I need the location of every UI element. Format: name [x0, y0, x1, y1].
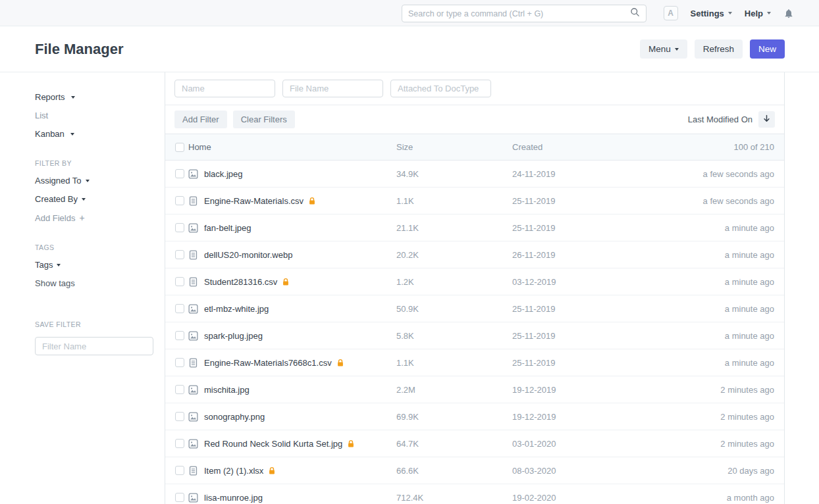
doctype-filter-input[interactable] [390, 80, 491, 97]
table-row[interactable]: Item (2) (1).xlsx 66.6K 08-03-2020 20 da… [165, 457, 784, 484]
kanban-label: Kanban [35, 129, 65, 139]
table-row[interactable]: etl-mbz-white.jpg 50.9K 25-11-2019 a min… [165, 295, 784, 322]
document-file-icon [188, 250, 204, 260]
file-size-cell: 1.1K [396, 358, 512, 368]
table-row[interactable]: lisa-munroe.jpg 712.4K 19-02-2020 a mont… [165, 484, 784, 504]
navbar-right-cluster: A Settings Help [664, 0, 794, 26]
lock-icon [269, 466, 275, 475]
file-name-cell[interactable]: black.jpeg [204, 169, 396, 179]
sort-direction-button[interactable] [758, 111, 775, 128]
notifications-bell-icon[interactable] [783, 8, 794, 19]
sidebar-item-kanban[interactable]: Kanban [35, 129, 151, 139]
menu-button[interactable]: Menu [640, 39, 687, 59]
file-name-cell[interactable]: Student281316.csv [204, 277, 396, 287]
file-size-cell: 712.4K [396, 493, 512, 503]
document-file-icon [188, 196, 204, 206]
sidebar-item-reports[interactable]: Reports [35, 92, 151, 102]
file-name-text: fan-belt.jpeg [204, 223, 251, 233]
file-modified-cell: a minute ago [677, 223, 774, 233]
file-created-cell: 25-11-2019 [512, 331, 677, 341]
file-name-text: dellUS20-monitor.webp [204, 250, 292, 260]
table-row[interactable]: spark-plug.jpeg 5.8K 25-11-2019 a minute… [165, 322, 784, 349]
top-navbar: A Settings Help [0, 0, 819, 26]
document-file-icon [188, 358, 204, 368]
row-checkbox[interactable] [175, 169, 184, 178]
row-checkbox[interactable] [175, 466, 184, 475]
sidebar-item-tags[interactable]: Tags [35, 260, 151, 270]
row-checkbox[interactable] [175, 358, 184, 367]
chevron-down-icon [57, 264, 61, 266]
row-checkbox[interactable] [175, 493, 184, 502]
clear-filters-button[interactable]: Clear Filters [233, 111, 295, 128]
file-created-cell: 19-12-2019 [512, 412, 677, 422]
row-checkbox[interactable] [175, 412, 184, 421]
file-name-text: sonography.png [204, 412, 265, 422]
sidebar-item-created-by[interactable]: Created By [35, 194, 151, 204]
row-checkbox[interactable] [175, 277, 184, 286]
file-name-cell[interactable]: Red Round Neck Solid Kurta Set.jpg [204, 439, 396, 449]
file-name-cell[interactable]: Item (2) (1).xlsx [204, 466, 396, 476]
file-name-cell[interactable]: fan-belt.jpeg [204, 223, 396, 233]
image-file-icon [188, 385, 204, 395]
row-checkbox[interactable] [175, 196, 184, 205]
table-row[interactable]: fan-belt.jpeg 21.1K 25-11-2019 a minute … [165, 214, 784, 241]
settings-menu[interactable]: Settings [691, 9, 732, 18]
sidebar-item-show-tags[interactable]: Show tags [35, 278, 151, 288]
table-row[interactable]: Student281316.csv 1.2K 03-12-2019 a minu… [165, 268, 784, 295]
add-filter-button[interactable]: Add Filter [174, 111, 227, 128]
file-name-filter-input[interactable] [282, 80, 383, 97]
home-column-header[interactable]: Home [188, 142, 396, 152]
file-created-cell: 08-03-2020 [512, 466, 677, 476]
image-file-icon [188, 493, 204, 503]
file-name-cell[interactable]: dellUS20-monitor.webp [204, 250, 396, 260]
search-icon [630, 7, 640, 20]
table-row[interactable]: mischita.jpg 2.2M 19-12-2019 2 minutes a… [165, 376, 784, 403]
file-name-cell[interactable]: etl-mbz-white.jpg [204, 304, 396, 314]
image-file-icon [188, 169, 204, 179]
lock-icon [348, 440, 354, 448]
table-row[interactable]: Engine-Raw-Materials7668c1.csv 1.1K 25-1… [165, 349, 784, 376]
file-modified-cell: a few seconds ago [677, 169, 774, 179]
file-name-cell[interactable]: spark-plug.jpeg [204, 331, 396, 341]
global-search[interactable] [402, 5, 647, 22]
filter-name-input[interactable] [35, 337, 153, 355]
sidebar-item-list[interactable]: List [35, 111, 151, 120]
row-checkbox[interactable] [175, 223, 184, 232]
avatar[interactable]: A [664, 6, 678, 20]
table-row[interactable]: black.jpeg 34.9K 24-11-2019 a few second… [165, 161, 784, 188]
filter-toolbar: Add Filter Clear Filters Last Modified O… [165, 105, 784, 134]
sort-field-label[interactable]: Last Modified On [688, 114, 753, 124]
file-created-cell: 25-11-2019 [512, 358, 677, 368]
select-all-checkbox[interactable] [175, 143, 184, 152]
refresh-button[interactable]: Refresh [695, 39, 743, 59]
file-name-text: mischita.jpg [204, 385, 250, 395]
sidebar-item-add-fields[interactable]: Add Fields + [35, 213, 151, 223]
document-file-icon [188, 277, 204, 287]
file-name-text: Red Round Neck Solid Kurta Set.jpg [204, 439, 342, 449]
file-name-cell[interactable]: sonography.png [204, 412, 396, 422]
reports-label: Reports [35, 92, 65, 102]
file-created-cell: 03-01-2020 [512, 439, 677, 449]
table-row[interactable]: sonography.png 69.9K 19-12-2019 2 minute… [165, 403, 784, 430]
row-checkbox[interactable] [175, 250, 184, 259]
table-row[interactable]: dellUS20-monitor.webp 20.2K 26-11-2019 a… [165, 241, 784, 268]
row-checkbox[interactable] [175, 439, 184, 448]
row-checkbox[interactable] [175, 331, 184, 340]
chevron-down-icon [86, 180, 90, 182]
tags-label: Tags [35, 260, 53, 270]
global-search-input[interactable] [408, 9, 630, 18]
table-row[interactable]: Red Round Neck Solid Kurta Set.jpg 64.7K… [165, 430, 784, 457]
new-button[interactable]: New [750, 39, 785, 59]
row-checkbox[interactable] [175, 385, 184, 394]
sidebar-item-assigned-to[interactable]: Assigned To [35, 176, 151, 186]
name-filter-input[interactable] [174, 80, 275, 97]
table-row[interactable]: Engine-Raw-Materials.csv 1.1K 25-11-2019… [165, 188, 784, 214]
file-name-cell[interactable]: mischita.jpg [204, 385, 396, 395]
page-actions: Menu Refresh New [640, 39, 785, 59]
file-name-cell[interactable]: Engine-Raw-Materials.csv [204, 196, 396, 206]
file-name-cell[interactable]: lisa-munroe.jpg [204, 493, 396, 503]
file-name-cell[interactable]: Engine-Raw-Materials7668c1.csv [204, 358, 396, 368]
help-menu[interactable]: Help [745, 9, 771, 18]
row-checkbox[interactable] [175, 304, 184, 313]
created-by-label: Created By [35, 194, 78, 204]
